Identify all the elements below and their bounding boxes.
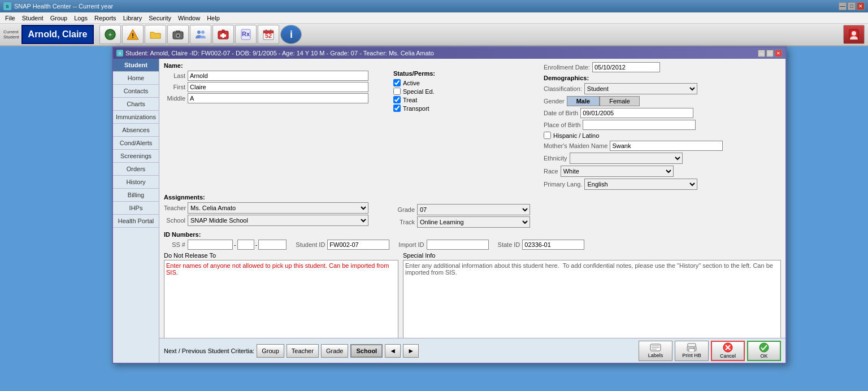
- svg-rect-13: [220, 34, 226, 37]
- teacher-criteria-btn[interactable]: Teacher: [287, 344, 319, 358]
- labels-btn[interactable]: Labels: [639, 341, 672, 361]
- ok-btn[interactable]: OK: [747, 341, 781, 361]
- mothers-maiden-input[interactable]: [610, 141, 723, 151]
- male-btn[interactable]: Male: [567, 96, 600, 106]
- transport-checkbox[interactable]: [393, 105, 401, 112]
- active-checkbox[interactable]: [393, 79, 401, 86]
- ss-part1-input[interactable]: [188, 240, 233, 250]
- classification-select[interactable]: Student Staff Other: [584, 83, 697, 94]
- state-id-input[interactable]: [522, 240, 584, 250]
- student-name-display: Arnold, Claire: [21, 25, 94, 44]
- hispanic-label: Hispanic / Latino: [553, 132, 599, 139]
- sidebar-item-absences[interactable]: Absences: [113, 124, 159, 137]
- window-maximize-btn[interactable]: □: [766, 50, 774, 57]
- toolbar: Current Student Arnold, Claire + ! Rx 52…: [0, 24, 868, 46]
- sidebar-item-orders[interactable]: Orders: [113, 163, 159, 176]
- grade-label: Grade: [393, 206, 417, 213]
- menu-reports[interactable]: Reports: [92, 14, 119, 23]
- menu-student[interactable]: Student: [19, 14, 46, 23]
- track-label: Track: [393, 219, 417, 225]
- people-toolbar-btn[interactable]: [190, 25, 211, 44]
- teacher-label: Teacher: [164, 205, 188, 211]
- sidebar-item-health-portal[interactable]: Health Portal: [113, 215, 159, 228]
- sidebar-item-home[interactable]: Home: [113, 72, 159, 85]
- svg-point-30: [693, 347, 695, 349]
- minimize-btn[interactable]: —: [839, 2, 847, 10]
- cancel-btn[interactable]: Cancel: [711, 341, 745, 361]
- sidebar-item-charts[interactable]: Charts: [113, 98, 159, 111]
- menu-window[interactable]: Window: [175, 14, 203, 23]
- primary-lang-select[interactable]: English: [584, 179, 697, 190]
- immunizations-toolbar-btn[interactable]: +: [99, 25, 121, 44]
- track-select[interactable]: Online Learning: [417, 216, 530, 228]
- menu-file[interactable]: File: [2, 14, 18, 23]
- ss-part2-input[interactable]: [237, 240, 254, 250]
- menu-security[interactable]: Security: [146, 14, 174, 23]
- status-section: Status/Perms: Active Special Ed. Treat: [393, 62, 540, 192]
- medkit-toolbar-btn[interactable]: [212, 25, 234, 44]
- print-hb-btn[interactable]: Print HB: [675, 341, 709, 361]
- calendar-toolbar-btn[interactable]: 52: [258, 25, 279, 44]
- grade-select[interactable]: 07: [417, 204, 530, 215]
- menu-group[interactable]: Group: [47, 14, 71, 23]
- hispanic-checkbox[interactable]: [544, 132, 551, 139]
- active-label: Active: [403, 80, 420, 86]
- window-icon: S: [116, 50, 123, 57]
- window-minimize-btn[interactable]: —: [758, 50, 765, 57]
- menu-logs[interactable]: Logs: [71, 14, 90, 23]
- prev-arrow-btn[interactable]: ◄: [385, 344, 401, 358]
- badge-toolbar-btn[interactable]: [843, 25, 865, 44]
- import-id-input[interactable]: [427, 240, 489, 250]
- menu-library[interactable]: Library: [120, 14, 145, 23]
- sidebar: Student Home Contacts Charts Immunizatio…: [113, 59, 159, 363]
- dob-input[interactable]: [580, 108, 693, 118]
- do-not-release-label: Do Not Release To: [164, 252, 398, 259]
- race-select[interactable]: White: [561, 166, 674, 177]
- place-of-birth-label: Place of Birth: [544, 121, 583, 128]
- labels-btn-text: Labels: [648, 353, 663, 358]
- maximize-btn[interactable]: □: [848, 2, 856, 10]
- window-close-btn[interactable]: ✕: [775, 50, 782, 57]
- info-toolbar-btn[interactable]: i: [280, 25, 302, 44]
- first-input[interactable]: [188, 82, 368, 92]
- id-numbers-label: ID Numbers:: [164, 231, 781, 238]
- sidebar-item-history[interactable]: History: [113, 176, 159, 189]
- group-criteria-btn[interactable]: Group: [257, 344, 284, 358]
- folder-toolbar-btn[interactable]: [145, 25, 166, 44]
- next-arrow-btn[interactable]: ►: [403, 344, 419, 358]
- special-ed-checkbox[interactable]: [393, 88, 401, 95]
- ss-part3-input[interactable]: [258, 240, 287, 250]
- main-window: S Student: Arnold, Claire -ID: FW002-07 …: [112, 46, 787, 364]
- enrollment-date-input[interactable]: [592, 62, 660, 72]
- svg-rect-7: [176, 31, 180, 33]
- sidebar-item-contacts[interactable]: Contacts: [113, 85, 159, 98]
- sidebar-item-cond-alerts[interactable]: Cond/Alerts: [113, 137, 159, 150]
- sidebar-item-immunizations[interactable]: Immunizations: [113, 111, 159, 124]
- sidebar-item-screenings[interactable]: Screenings: [113, 150, 159, 163]
- middle-input[interactable]: [188, 93, 368, 103]
- sidebar-item-student[interactable]: Student: [113, 59, 159, 72]
- current-student-label: Current Student: [3, 29, 19, 40]
- camera-toolbar-btn[interactable]: [167, 25, 189, 44]
- menu-help[interactable]: Help: [204, 14, 223, 23]
- treat-label: Treat: [403, 97, 417, 103]
- school-select[interactable]: SNAP Middle School: [188, 215, 368, 226]
- last-input[interactable]: [188, 71, 368, 81]
- assignments-label: Assignments:: [164, 194, 390, 201]
- sidebar-item-billing[interactable]: Billing: [113, 189, 159, 202]
- state-id-label: State ID: [498, 241, 523, 248]
- grade-criteria-btn[interactable]: Grade: [321, 344, 349, 358]
- school-criteria-btn[interactable]: School: [350, 344, 383, 358]
- place-of-birth-input[interactable]: [583, 120, 696, 130]
- treat-checkbox[interactable]: [393, 96, 401, 103]
- teacher-select[interactable]: Ms. Celia Amato: [188, 202, 368, 214]
- student-id-input[interactable]: [327, 240, 389, 250]
- female-btn[interactable]: Female: [600, 96, 640, 106]
- svg-point-9: [201, 31, 205, 34]
- sidebar-item-ihps[interactable]: IHPs: [113, 202, 159, 215]
- warning-toolbar-btn[interactable]: !: [122, 25, 144, 44]
- ethnicity-select[interactable]: [570, 153, 683, 164]
- close-btn[interactable]: ✕: [857, 2, 865, 10]
- middle-label: Middle: [164, 95, 188, 102]
- rx-toolbar-btn[interactable]: Rx: [235, 25, 257, 44]
